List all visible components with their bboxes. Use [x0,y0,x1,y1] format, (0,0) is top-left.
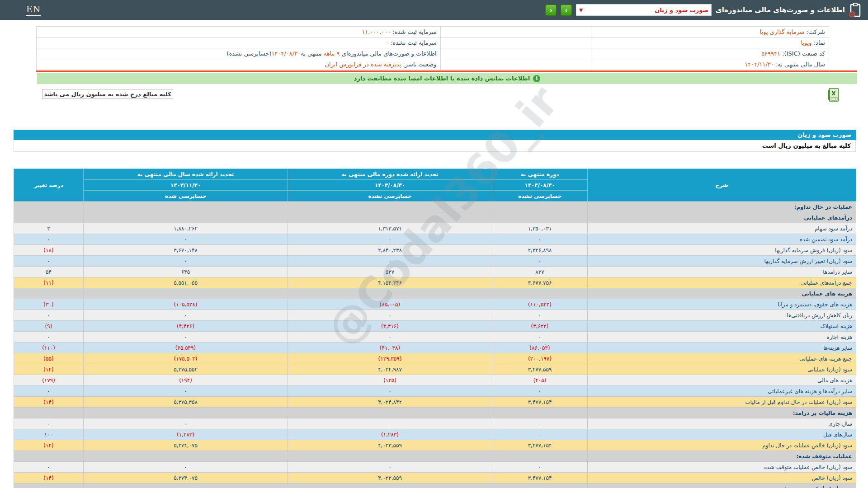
issuer-status-label: وضعیت ناشر: [403,61,436,68]
value-percent-change: ۰ [14,386,84,397]
value-current: (۳,۶۲۲) [492,321,588,332]
value-restated-period: ۱,۳۱۳,۵۷۱ [288,223,492,234]
value-current: ۳,۴۷۷,۱۵۴ [492,397,588,408]
signature-notice-bar: i اطلاعات نمایش داده شده با اطلاعات امضا… [37,73,857,84]
value-current: ۱,۳۵۰,۰۳۱ [492,223,588,234]
next-statement-button[interactable]: › [561,5,572,16]
row-label: سود (زیان) عملیات در حال تداوم قبل از ما… [588,397,856,408]
statement-title-bar: صورت سود و زیان [14,130,856,140]
value-restated-period [288,202,492,212]
value-current [492,408,588,418]
value-restated-period: ۴,۰۲۳,۵۵۹ [288,473,492,483]
value-restated-year [84,288,288,299]
value-current: (۴۰۵) [492,375,588,386]
value-restated-period: ۰ [288,418,492,429]
company-cell: شرکت: سرمایه گذاری پویا [591,27,829,38]
info-row-company: شرکت: سرمایه گذاری پویا سرمایه ثبت شده: … [37,27,829,38]
value-restated-year: ۵,۵۵۱,۰۵۵ [84,277,288,288]
table-row: جمع هزینه های عملیاتی(۲۰۰,۱۹۷)(۱۲۹,۳۵۹)(… [14,353,856,364]
header-date-current: ۱۴۰۴/۰۸/۳۰ [492,180,588,191]
value-restated-period: ۰ [288,310,492,321]
header-description: شرح [588,169,856,202]
value-restated-period [288,483,492,488]
excel-export-icon[interactable]: X [827,88,840,102]
chevron-down-icon: ▼ [579,7,583,13]
company-info-table: شرکت: سرمایه گذاری پویا سرمایه ثبت شده: … [36,26,829,70]
row-label: هزینه های حقوق، دستمزد و مزایا [588,299,856,310]
value-current: ۰ [492,332,588,343]
previous-statement-button[interactable]: ‹ [545,5,557,16]
value-restated-year: ۰ [84,418,288,429]
period-ending-label: منتهی به [301,50,321,57]
value-restated-year: ۵,۳۷۵,۳۵۸ [84,397,288,408]
value-restated-period: ۰ [288,256,492,267]
row-label: سود (زیان) خالص [588,473,856,483]
table-row: سود (زیان) خالص۳,۴۷۷,۱۵۴۴,۰۲۳,۵۵۹۵,۳۷۴,۰… [14,473,856,483]
value-percent-change [14,451,84,462]
header-audit-current: حسابرسی نشده [492,191,588,202]
row-label: سال‌های قبل [588,429,856,440]
row-label: هزینه های عملیاتی [588,288,856,299]
row-label: سود (زیان) خالص عملیات در حال تداوم [588,440,856,451]
row-label: زیان کاهش ارزش دریافتنی‌ها [588,310,856,321]
section-row: عملیات در حال تداوم: [14,202,856,212]
value-current: ۳,۴۷۷,۵۵۹ [492,364,588,375]
value-percent-change: ۰ [14,310,84,321]
table-row: سود (زیان) عملیاتی۳,۴۷۷,۵۵۹۴,۰۲۴,۹۸۷۵,۳۷… [14,364,856,375]
value-current: ۳,۶۷۷,۷۵۶ [492,277,588,288]
value-restated-period: (۴۱,۰۳۸) [288,343,492,353]
table-row: هزینه های حقوق، دستمزد و مزایا(۱۱۰,۵۲۲)(… [14,299,856,310]
value-percent-change [14,288,84,299]
statement-type-dropdown[interactable]: صورت سود و زیان ▼ [576,4,712,16]
registered-capital-label: سرمایه ثبت شده: [393,28,437,35]
value-current: ۳,۴۷۷,۱۵۴ [492,473,588,483]
table-row: هزینه های مالی(۴۰۵)(۱۴۵)(۱۹۴)(۱۷۹) [14,375,856,386]
value-percent-change: (۱۴) [14,397,84,408]
header-col-current: دوره منتهی به [492,169,588,180]
table-row: سود (زیان) فروش سرمایه گذاریها۲,۳۲۶,۸۹۸۲… [14,245,856,256]
row-label: سایر درآمدها و هزینه های غیرعملیاتی [588,386,856,397]
value-restated-year: (۱۷۵,۵۰۳) [84,353,288,364]
info-row-symbol: نماد: وپویا سرمایه ثبت نشده: ۰ [37,38,829,48]
symbol-cell: نماد: وپویا [591,38,829,48]
value-current: ۰ [492,256,588,267]
statement-type-value: صورت سود و زیان [655,7,708,14]
value-current: ۰ [492,386,588,397]
info-icon: i [533,75,540,82]
value-restated-year: ۵,۳۷۴,۰۷۵ [84,440,288,451]
pl-table-body: عملیات در حال تداوم:درآمدهای عملیاتیدرآم… [14,202,856,488]
value-percent-change: ۳ [14,223,84,234]
value-current: ۰ [492,462,588,473]
value-restated-year: ۱,۸۸۰,۲۶۲ [84,223,288,234]
value-restated-period: ۲,۸۴۰,۲۳۸ [288,245,492,256]
isic-cell: کد صنعت (ISIC): ۵۶۹۹۴۱ [591,48,829,59]
value-restated-period: ۰ [288,332,492,343]
value-percent-change: (۱۷۹) [14,375,84,386]
table-row: سال‌های قبل۰(۱,۲۸۳)(۱,۲۸۳)۱۰۰ [14,429,856,440]
value-restated-period: ۰ [288,386,492,397]
unregistered-capital-value: ۰ [386,39,389,46]
value-restated-period: ۵۳۷ [288,267,492,277]
value-restated-year [84,408,288,418]
header-percent-change: درصد تغییر [14,169,84,202]
value-restated-year: (۱۹۴) [84,375,288,386]
pl-table-header: شرح دوره منتهی به تجدید ارائه شده دوره م… [14,169,856,202]
period-end-date-value: ۱۴۰۴/۰۸/۳۰ [272,50,301,57]
value-current: ۳,۴۷۷,۱۵۴ [492,440,588,451]
table-row: سود (زیان) تغییر ارزش سرمایه گذاریها۰۰۰۰ [14,256,856,267]
row-label: هزینه استهلاک [588,321,856,332]
fiscal-year-label: سال مالی منتهی به: [776,61,825,68]
fiscal-year-value: ۱۴۰۴/۱۱/۳۰ [745,61,774,68]
value-current: ۲,۳۲۶,۸۹۸ [492,245,588,256]
header-col-restated-period: تجدید ارائه شده دوره مالی منتهی به [288,169,492,180]
row-label: جمع هزینه های عملیاتی [588,353,856,364]
period-length-value: ۹ ماهه [324,50,340,57]
top-bar: EN اطلاعات و صورت‌های مالی میاندوره‌ای ص… [0,0,868,20]
value-restated-period [288,212,492,223]
value-restated-year: ۰ [84,310,288,321]
row-label: سایر هزینه‌ها [588,343,856,353]
language-toggle-en[interactable]: EN [26,4,41,16]
value-restated-period: (۱,۲۸۳) [288,429,492,440]
value-restated-year [84,202,288,212]
row-label: درآمدهای عملیاتی [588,212,856,223]
